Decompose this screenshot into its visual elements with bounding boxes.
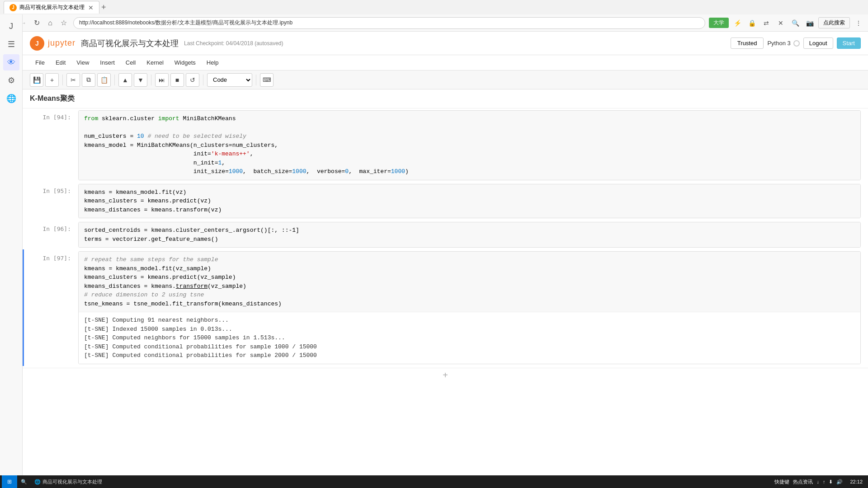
cell-95-content[interactable]: kmeans = kmeans_model.fit(vz) kmeans_clu…: [78, 184, 861, 219]
jupyter-header: J jupyter 商品可视化展示与文本处理 Last Checkpoint: …: [23, 32, 868, 55]
toolbar-separator-5: [256, 75, 256, 85]
cell-94-content[interactable]: from sklearn.cluster import MiniBatchKMe…: [78, 110, 861, 180]
jupyter-menubar: File Edit View Insert Cell Kernel Widget…: [23, 55, 868, 70]
tab-close-icon[interactable]: ✕: [88, 4, 94, 11]
browser-titlebar: J 商品可视化展示与文本处理 ✕ +: [0, 0, 868, 14]
taskbar-down-icon[interactable]: ↓: [816, 479, 819, 484]
move-down-button[interactable]: ▼: [134, 73, 147, 87]
menu-edit[interactable]: Edit: [50, 56, 71, 69]
sidebar-icon-4[interactable]: 🌐: [3, 90, 19, 107]
taskbar: ⊞ 🔍 🌐 商品可视化展示与文本处理 快捷键 热点资讯 ↓ ↑ ⬇ 🔊 22:1…: [0, 475, 868, 488]
fast-forward-button[interactable]: ⏭: [155, 73, 169, 87]
browser-favicon: J: [9, 4, 17, 11]
bookmark-button[interactable]: ☆: [58, 17, 70, 29]
cell-96[interactable]: In [96]: sorted_centroids = kmeans.clust…: [23, 220, 868, 249]
cell-97-content[interactable]: # repeat the same steps for the sample k…: [78, 251, 861, 364]
menu-help[interactable]: Help: [201, 56, 224, 69]
taskbar-start-button[interactable]: ⊞: [2, 475, 17, 488]
nav-icon-2[interactable]: 🔒: [746, 17, 758, 29]
nav-icon-6[interactable]: 📷: [804, 17, 816, 29]
taskbar-item-kuaijiejian[interactable]: 快捷键: [774, 479, 789, 485]
browser-tab-title: 商品可视化展示与文本处理: [19, 4, 85, 11]
jupyter-brand-label: jupyter: [48, 38, 75, 48]
menu-widgets[interactable]: Widgets: [169, 56, 201, 69]
cell-97-input[interactable]: # repeat the same steps for the sample k…: [79, 252, 860, 312]
main-layout: J ☰ 👁 ⚙ 🌐 J jupyter 商品可视化展示与文本处理 Last: [23, 32, 868, 475]
extensions-button[interactable]: ⋮: [853, 17, 864, 29]
toolbar-separator-3: [151, 75, 151, 85]
stop-button[interactable]: ■: [170, 73, 184, 87]
jupyter-logo-image: J: [30, 36, 44, 51]
taskbar-search[interactable]: 🔍: [17, 479, 31, 485]
search-button[interactable]: 点此搜索: [818, 17, 850, 28]
taskbar-item-news[interactable]: 热点资讯: [793, 479, 813, 485]
taskbar-clock: 22:12: [846, 479, 866, 484]
add-cell-area[interactable]: +: [23, 368, 868, 382]
home-button[interactable]: ⌂: [44, 17, 56, 29]
notebook-content: K-Means聚类 In [94]: from sklearn.cluster …: [23, 89, 868, 475]
taskbar-up-icon[interactable]: ↑: [823, 479, 826, 484]
taskbar-download-icon[interactable]: ⬇: [829, 479, 833, 485]
keyboard-shortcut-button[interactable]: ⌨: [260, 73, 274, 87]
cut-button[interactable]: ✂: [66, 73, 80, 87]
cell-97-output: [t-SNE] Computing 91 nearest neighbors..…: [79, 312, 860, 364]
jupyter-toolbar: 💾 + ✂ ⧉ 📋 ▲ ▼ ⏭ ■ ↺ Code Markdown Raw ⌨: [23, 70, 868, 89]
cell-95-input[interactable]: kmeans = kmeans_model.fit(vz) kmeans_clu…: [79, 184, 860, 218]
new-tab-button[interactable]: +: [101, 3, 106, 12]
move-up-button[interactable]: ▲: [118, 73, 132, 87]
save-button[interactable]: 💾: [30, 73, 43, 87]
checkpoint-label: Last Checkpoint: 04/04/2018 (autosaved): [184, 40, 283, 47]
paste-button[interactable]: 📋: [97, 73, 111, 87]
cell-95[interactable]: In [95]: kmeans = kmeans_model.fit(vz) k…: [23, 182, 868, 221]
trusted-button[interactable]: Trusted: [731, 38, 764, 49]
cell-96-label: In [96]:: [24, 222, 78, 248]
toolbar-separator-4: [203, 75, 203, 85]
sidebar-icon-active[interactable]: 👁: [3, 54, 19, 70]
browser-chrome: J 商品可视化展示与文本处理 ✕ + ← → ↻ ⌂ ☆ 大学 ⚡ 🔒 ⇄ ✕ …: [0, 0, 868, 32]
toolbar-separator-1: [62, 75, 63, 85]
reload-button[interactable]: ↻: [31, 17, 42, 29]
python-badge: Python 3: [767, 40, 799, 47]
toolbar-separator-2: [114, 75, 115, 85]
cell-94-label: In [94]:: [24, 110, 78, 180]
cell-94[interactable]: In [94]: from sklearn.cluster import Min…: [23, 108, 868, 182]
copy-button[interactable]: ⧉: [82, 73, 95, 87]
nav-icon-5[interactable]: 🔍: [789, 17, 801, 29]
nav-icon-4[interactable]: ✕: [775, 17, 787, 29]
cell-94-input[interactable]: from sklearn.cluster import MiniBatchKMe…: [79, 111, 860, 180]
daxue-button[interactable]: 大学: [709, 18, 729, 28]
cell-97[interactable]: In [97]: # repeat the same steps for the…: [23, 249, 868, 366]
nav-icon-3[interactable]: ⇄: [760, 17, 772, 29]
cell-type-select[interactable]: Code Markdown Raw: [207, 73, 252, 87]
cell-95-label: In [95]:: [24, 184, 78, 219]
header-right: Trusted Python 3 Logout Start: [731, 38, 861, 49]
sidebar-icon-3[interactable]: ⚙: [3, 72, 19, 89]
taskbar-volume-icon[interactable]: 🔊: [836, 479, 843, 485]
sidebar-icon-1[interactable]: J: [3, 18, 19, 34]
section-title: K-Means聚类: [30, 94, 75, 102]
taskbar-browser[interactable]: 🌐 商品可视化展示与文本处理: [31, 479, 106, 485]
add-cell-button[interactable]: +: [45, 73, 59, 87]
nav-icon-1[interactable]: ⚡: [731, 17, 743, 29]
left-sidebar: J ☰ 👁 ⚙ 🌐: [0, 14, 23, 488]
address-bar[interactable]: [73, 17, 705, 29]
cell-96-content[interactable]: sorted_centroids = kmeans.cluster_center…: [78, 222, 861, 248]
cell-97-label: In [97]:: [24, 251, 78, 364]
logout-button[interactable]: Logout: [803, 38, 833, 49]
menu-kernel[interactable]: Kernel: [141, 56, 169, 69]
start-button[interactable]: Start: [837, 38, 861, 49]
jupyter-logo: J jupyter: [30, 36, 75, 51]
menu-cell[interactable]: Cell: [120, 56, 141, 69]
browser-tab-active[interactable]: J 商品可视化展示与文本处理 ✕: [4, 1, 99, 14]
nav-right-buttons: 大学 ⚡ 🔒 ⇄ ✕ 🔍 📷 点此搜索 ⋮: [709, 17, 864, 29]
notebook-title[interactable]: 商品可视化展示与文本处理: [81, 38, 179, 49]
cell-96-input[interactable]: sorted_centroids = kmeans.cluster_center…: [79, 222, 860, 247]
sidebar-icon-2[interactable]: ☰: [3, 36, 19, 52]
python-circle-icon: [793, 40, 800, 47]
menu-file[interactable]: File: [30, 56, 50, 69]
menu-insert[interactable]: Insert: [94, 56, 120, 69]
menu-view[interactable]: View: [71, 56, 94, 69]
browser-navbar: ← → ↻ ⌂ ☆ 大学 ⚡ 🔒 ⇄ ✕ 🔍 📷 点此搜索 ⋮: [0, 14, 868, 32]
taskbar-right: 快捷键 热点资讯 ↓ ↑ ⬇ 🔊 22:12: [774, 479, 866, 485]
restart-button[interactable]: ↺: [186, 73, 199, 87]
